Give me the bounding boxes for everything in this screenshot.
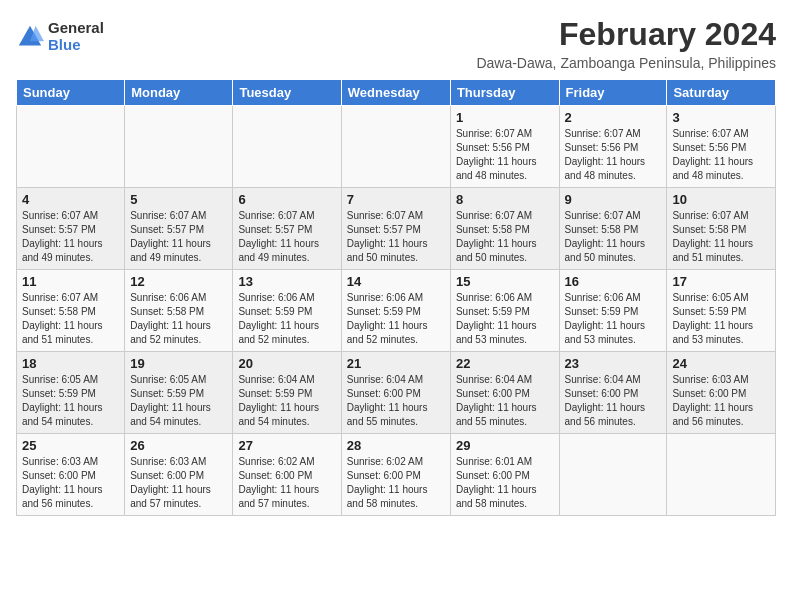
day-info: Sunrise: 6:07 AM Sunset: 5:58 PM Dayligh…: [565, 209, 662, 265]
calendar-cell: 21Sunrise: 6:04 AM Sunset: 6:00 PM Dayli…: [341, 352, 450, 434]
day-number: 9: [565, 192, 662, 207]
calendar-cell: [667, 434, 776, 516]
calendar-cell: 10Sunrise: 6:07 AM Sunset: 5:58 PM Dayli…: [667, 188, 776, 270]
day-info: Sunrise: 6:01 AM Sunset: 6:00 PM Dayligh…: [456, 455, 554, 511]
column-header-thursday: Thursday: [450, 80, 559, 106]
day-info: Sunrise: 6:07 AM Sunset: 5:58 PM Dayligh…: [22, 291, 119, 347]
day-info: Sunrise: 6:07 AM Sunset: 5:56 PM Dayligh…: [672, 127, 770, 183]
calendar-cell: 27Sunrise: 6:02 AM Sunset: 6:00 PM Dayli…: [233, 434, 341, 516]
calendar-table: SundayMondayTuesdayWednesdayThursdayFrid…: [16, 79, 776, 516]
title-block: February 2024 Dawa-Dawa, Zamboanga Penin…: [476, 16, 776, 71]
day-number: 12: [130, 274, 227, 289]
day-info: Sunrise: 6:05 AM Sunset: 5:59 PM Dayligh…: [22, 373, 119, 429]
calendar-cell: 14Sunrise: 6:06 AM Sunset: 5:59 PM Dayli…: [341, 270, 450, 352]
calendar-week-row: 18Sunrise: 6:05 AM Sunset: 5:59 PM Dayli…: [17, 352, 776, 434]
day-info: Sunrise: 6:07 AM Sunset: 5:56 PM Dayligh…: [456, 127, 554, 183]
day-info: Sunrise: 6:06 AM Sunset: 5:59 PM Dayligh…: [238, 291, 335, 347]
main-title: February 2024: [476, 16, 776, 53]
calendar-week-row: 25Sunrise: 6:03 AM Sunset: 6:00 PM Dayli…: [17, 434, 776, 516]
day-info: Sunrise: 6:07 AM Sunset: 5:56 PM Dayligh…: [565, 127, 662, 183]
page-header: General Blue February 2024 Dawa-Dawa, Za…: [16, 16, 776, 71]
calendar-cell: 11Sunrise: 6:07 AM Sunset: 5:58 PM Dayli…: [17, 270, 125, 352]
day-number: 24: [672, 356, 770, 371]
calendar-cell: [559, 434, 667, 516]
day-number: 8: [456, 192, 554, 207]
day-info: Sunrise: 6:02 AM Sunset: 6:00 PM Dayligh…: [238, 455, 335, 511]
day-number: 3: [672, 110, 770, 125]
calendar-cell: 4Sunrise: 6:07 AM Sunset: 5:57 PM Daylig…: [17, 188, 125, 270]
column-header-wednesday: Wednesday: [341, 80, 450, 106]
calendar-cell: 23Sunrise: 6:04 AM Sunset: 6:00 PM Dayli…: [559, 352, 667, 434]
day-number: 6: [238, 192, 335, 207]
calendar-cell: 12Sunrise: 6:06 AM Sunset: 5:58 PM Dayli…: [125, 270, 233, 352]
subtitle: Dawa-Dawa, Zamboanga Peninsula, Philippi…: [476, 55, 776, 71]
calendar-cell: 8Sunrise: 6:07 AM Sunset: 5:58 PM Daylig…: [450, 188, 559, 270]
calendar-cell: 1Sunrise: 6:07 AM Sunset: 5:56 PM Daylig…: [450, 106, 559, 188]
day-info: Sunrise: 6:06 AM Sunset: 5:59 PM Dayligh…: [456, 291, 554, 347]
day-info: Sunrise: 6:04 AM Sunset: 6:00 PM Dayligh…: [456, 373, 554, 429]
day-number: 18: [22, 356, 119, 371]
day-info: Sunrise: 6:06 AM Sunset: 5:59 PM Dayligh…: [565, 291, 662, 347]
logo-blue-text: Blue: [48, 37, 104, 54]
calendar-cell: 17Sunrise: 6:05 AM Sunset: 5:59 PM Dayli…: [667, 270, 776, 352]
calendar-cell: 28Sunrise: 6:02 AM Sunset: 6:00 PM Dayli…: [341, 434, 450, 516]
day-info: Sunrise: 6:04 AM Sunset: 6:00 PM Dayligh…: [347, 373, 445, 429]
day-info: Sunrise: 6:05 AM Sunset: 5:59 PM Dayligh…: [672, 291, 770, 347]
day-info: Sunrise: 6:04 AM Sunset: 6:00 PM Dayligh…: [565, 373, 662, 429]
calendar-week-row: 1Sunrise: 6:07 AM Sunset: 5:56 PM Daylig…: [17, 106, 776, 188]
logo-icon: [16, 23, 44, 51]
column-header-friday: Friday: [559, 80, 667, 106]
day-info: Sunrise: 6:04 AM Sunset: 5:59 PM Dayligh…: [238, 373, 335, 429]
day-info: Sunrise: 6:07 AM Sunset: 5:57 PM Dayligh…: [238, 209, 335, 265]
calendar-cell: 2Sunrise: 6:07 AM Sunset: 5:56 PM Daylig…: [559, 106, 667, 188]
day-number: 5: [130, 192, 227, 207]
calendar-cell: 18Sunrise: 6:05 AM Sunset: 5:59 PM Dayli…: [17, 352, 125, 434]
calendar-cell: 25Sunrise: 6:03 AM Sunset: 6:00 PM Dayli…: [17, 434, 125, 516]
calendar-cell: 13Sunrise: 6:06 AM Sunset: 5:59 PM Dayli…: [233, 270, 341, 352]
day-number: 22: [456, 356, 554, 371]
day-info: Sunrise: 6:07 AM Sunset: 5:58 PM Dayligh…: [456, 209, 554, 265]
day-number: 20: [238, 356, 335, 371]
day-info: Sunrise: 6:03 AM Sunset: 6:00 PM Dayligh…: [130, 455, 227, 511]
day-number: 17: [672, 274, 770, 289]
day-info: Sunrise: 6:06 AM Sunset: 5:59 PM Dayligh…: [347, 291, 445, 347]
calendar-cell: 3Sunrise: 6:07 AM Sunset: 5:56 PM Daylig…: [667, 106, 776, 188]
calendar-cell: 19Sunrise: 6:05 AM Sunset: 5:59 PM Dayli…: [125, 352, 233, 434]
day-info: Sunrise: 6:07 AM Sunset: 5:57 PM Dayligh…: [130, 209, 227, 265]
day-number: 27: [238, 438, 335, 453]
day-info: Sunrise: 6:07 AM Sunset: 5:57 PM Dayligh…: [22, 209, 119, 265]
logo-general-text: General: [48, 20, 104, 37]
calendar-cell: 7Sunrise: 6:07 AM Sunset: 5:57 PM Daylig…: [341, 188, 450, 270]
column-header-tuesday: Tuesday: [233, 80, 341, 106]
day-number: 4: [22, 192, 119, 207]
day-info: Sunrise: 6:03 AM Sunset: 6:00 PM Dayligh…: [22, 455, 119, 511]
day-info: Sunrise: 6:06 AM Sunset: 5:58 PM Dayligh…: [130, 291, 227, 347]
calendar-week-row: 4Sunrise: 6:07 AM Sunset: 5:57 PM Daylig…: [17, 188, 776, 270]
calendar-cell: [341, 106, 450, 188]
day-info: Sunrise: 6:07 AM Sunset: 5:57 PM Dayligh…: [347, 209, 445, 265]
day-number: 11: [22, 274, 119, 289]
day-info: Sunrise: 6:07 AM Sunset: 5:58 PM Dayligh…: [672, 209, 770, 265]
day-number: 14: [347, 274, 445, 289]
column-header-sunday: Sunday: [17, 80, 125, 106]
calendar-cell: 26Sunrise: 6:03 AM Sunset: 6:00 PM Dayli…: [125, 434, 233, 516]
calendar-cell: 15Sunrise: 6:06 AM Sunset: 5:59 PM Dayli…: [450, 270, 559, 352]
day-number: 16: [565, 274, 662, 289]
calendar-cell: 9Sunrise: 6:07 AM Sunset: 5:58 PM Daylig…: [559, 188, 667, 270]
day-info: Sunrise: 6:02 AM Sunset: 6:00 PM Dayligh…: [347, 455, 445, 511]
column-header-saturday: Saturday: [667, 80, 776, 106]
day-number: 28: [347, 438, 445, 453]
day-number: 7: [347, 192, 445, 207]
calendar-header-row: SundayMondayTuesdayWednesdayThursdayFrid…: [17, 80, 776, 106]
day-number: 19: [130, 356, 227, 371]
calendar-cell: 29Sunrise: 6:01 AM Sunset: 6:00 PM Dayli…: [450, 434, 559, 516]
day-number: 25: [22, 438, 119, 453]
calendar-cell: 24Sunrise: 6:03 AM Sunset: 6:00 PM Dayli…: [667, 352, 776, 434]
day-number: 21: [347, 356, 445, 371]
calendar-cell: [125, 106, 233, 188]
calendar-cell: 6Sunrise: 6:07 AM Sunset: 5:57 PM Daylig…: [233, 188, 341, 270]
day-number: 2: [565, 110, 662, 125]
day-number: 10: [672, 192, 770, 207]
calendar-week-row: 11Sunrise: 6:07 AM Sunset: 5:58 PM Dayli…: [17, 270, 776, 352]
day-number: 15: [456, 274, 554, 289]
